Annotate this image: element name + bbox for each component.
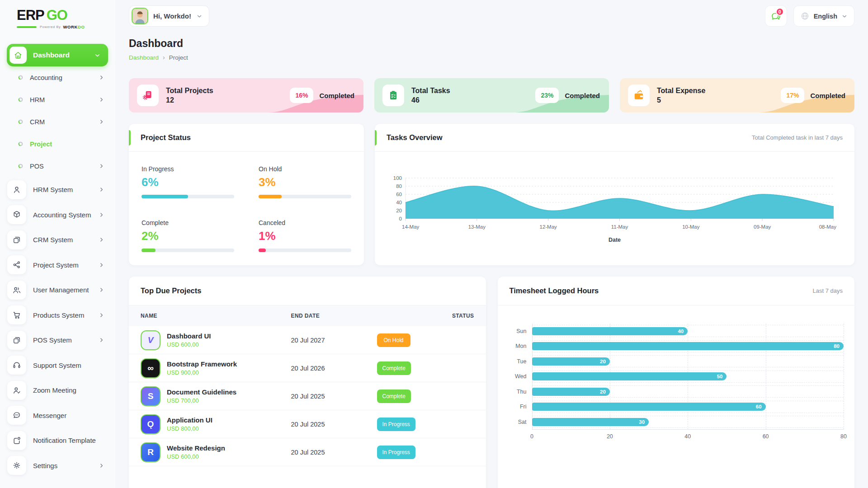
timesheet-bar-chart: Sun40Mon80Tue20Wed50Thu20Fri60Sat3002040…	[498, 305, 855, 441]
bar-row-mon: Mon80	[507, 339, 844, 354]
svg-text:13-May: 13-May	[468, 224, 486, 230]
project-name-link[interactable]: Website Redesign	[167, 444, 225, 452]
chevron-down-icon	[841, 13, 848, 19]
sidebar-item-hrm-system[interactable]: HRM System	[7, 177, 108, 202]
project-avatar: R	[141, 442, 160, 462]
completed-percent-badge: 23%	[535, 88, 559, 103]
top-due-projects-card: Top Due Projects NAMEEND DATESTATUS VDas…	[129, 277, 486, 488]
sidebar-item-crm[interactable]: CRM	[7, 111, 108, 133]
notification-badge: 0	[776, 8, 784, 16]
sidebar-item-messenger[interactable]: Messenger	[7, 403, 108, 428]
window-icon	[7, 230, 26, 249]
bar-tue: 20	[532, 357, 610, 366]
sidebar-item-accounting-system[interactable]: Accounting System	[7, 202, 108, 228]
project-name-link[interactable]: Dashboard UI	[167, 332, 211, 340]
status-percent: 3%	[259, 175, 351, 189]
sidebar-item-pos[interactable]: POS	[7, 155, 108, 177]
sidebar-item-settings[interactable]: Settings	[7, 453, 108, 479]
sidebar-item-label: Support System	[33, 361, 81, 369]
project-avatar: V	[141, 330, 160, 350]
project-status-card: Project Status In Progress6%On Hold3%Com…	[129, 124, 364, 265]
top-due-projects-header: Top Due Projects	[129, 277, 486, 305]
table-body: VDashboard UIUSD 600,0020 Jul 2027On Hol…	[129, 326, 486, 466]
workdo-do: DO	[78, 24, 85, 29]
sidebar-item-notification-template[interactable]: Notification Template	[7, 428, 108, 453]
table-row-document-guidelines: SDocument GuidelinesUSD 700,0020 Jul 202…	[129, 382, 486, 410]
charts-row: Project Status In Progress6%On Hold3%Com…	[129, 124, 854, 265]
user-menu-button[interactable]: Hi, Workdo!	[129, 5, 209, 27]
sidebar-item-label: Zoom Meeting	[33, 386, 76, 394]
gear-icon	[7, 456, 26, 475]
column-header-end-date: END DATE	[291, 313, 377, 319]
main-content: Hi, Workdo! 0 English Dashboard Dashboar…	[115, 0, 868, 488]
sidebar-item-pos-system[interactable]: POS System	[7, 328, 108, 353]
sidebar-item-label: POS System	[33, 336, 72, 344]
brand-go: GO	[47, 7, 67, 23]
x-tick-label: 20	[607, 433, 613, 440]
dot-icon	[18, 119, 23, 124]
category-label: Mon	[507, 343, 527, 349]
sidebar-item-zoom-meeting[interactable]: Zoom Meeting	[7, 378, 108, 403]
bar-row-thu: Thu20	[507, 384, 844, 399]
sidebar-item-support-system[interactable]: Support System	[7, 353, 108, 378]
status-badge: On Hold	[377, 333, 410, 347]
dot-icon	[18, 164, 23, 169]
sidebar-item-accounting[interactable]: Accounting	[7, 66, 108, 89]
sidebar-item-user-management[interactable]: User Management	[7, 277, 108, 303]
column-header-name: NAME	[141, 313, 291, 319]
tasks-overview-area-chart: 02040608010014-May13-May12-May11-May10-M…	[375, 152, 854, 245]
project-name-link[interactable]: Bootstrap Framework	[167, 360, 237, 368]
completed-percent-badge: 16%	[290, 88, 313, 103]
category-label: Thu	[507, 389, 527, 395]
svg-text:40: 40	[396, 200, 402, 205]
chevron-right-icon	[99, 463, 104, 469]
bar-mon: 80	[532, 342, 844, 350]
timesheet-title: Timesheet Logged Hours	[509, 286, 599, 295]
stat-cards-row: Total Projects1216%CompletedTotal Tasks4…	[129, 78, 854, 113]
user-icon	[7, 180, 26, 199]
sidebar-item-project[interactable]: Project	[7, 133, 108, 155]
bottom-row: Top Due Projects NAMEEND DATESTATUS VDas…	[129, 277, 854, 488]
status-badge: Complete	[377, 361, 411, 375]
x-tick-label: 0	[530, 433, 533, 440]
sidebar-item-dashboard[interactable]: Dashboard	[7, 44, 108, 66]
tasks-icon	[382, 84, 404, 106]
bar-value-label: 40	[678, 328, 684, 334]
bar-row-fri: Fri60	[507, 399, 844, 415]
project-name-link[interactable]: Document Guidelines	[167, 388, 236, 396]
project-avatar: ∞	[141, 358, 160, 378]
status-item-complete: Complete2%	[142, 219, 234, 252]
breadcrumb-dashboard-link[interactable]: Dashboard	[129, 54, 159, 61]
chat-icon	[7, 406, 26, 425]
chevron-right-icon	[99, 97, 104, 103]
chevron-down-icon	[94, 52, 101, 59]
project-price: USD 700,00	[167, 397, 236, 404]
svg-text:60: 60	[396, 192, 402, 197]
brand-logo[interactable]: ERP GO Powered By WORK DO	[7, 6, 108, 29]
sidebar-item-label: Accounting	[30, 74, 62, 81]
cart-icon	[7, 305, 26, 324]
sidebar-item-hrm[interactable]: HRM	[7, 89, 108, 111]
x-tick-label: 80	[840, 433, 847, 440]
chevron-right-icon	[99, 187, 104, 192]
sidebar-item-label: Project	[30, 141, 52, 148]
messages-button[interactable]: 0	[765, 5, 787, 27]
tasks-overview-header: Tasks Overview Total Completed task in l…	[375, 124, 854, 152]
project-name-link[interactable]: Application UI	[167, 416, 212, 424]
sidebar-item-label: Products System	[33, 311, 84, 319]
completed-label: Completed	[319, 92, 354, 99]
svg-text:11-May: 11-May	[611, 224, 628, 230]
progress-bar	[142, 195, 234, 198]
language-selector[interactable]: English	[793, 5, 854, 27]
sidebar-item-crm-system[interactable]: CRM System	[7, 227, 108, 253]
column-header-status: STATUS	[377, 313, 474, 319]
timesheet-card: Timesheet Logged Hours Last 7 days Sun40…	[498, 277, 855, 488]
tasks-overview-card: Tasks Overview Total Completed task in l…	[375, 124, 854, 265]
project-avatar: Ǫ	[141, 414, 160, 434]
sidebar-item-label: CRM System	[33, 236, 73, 244]
sidebar-item-project-system[interactable]: Project System	[7, 253, 108, 278]
sidebar-item-label: Accounting System	[33, 211, 91, 219]
sidebar-item-products-system[interactable]: Products System	[7, 303, 108, 328]
status-percent: 6%	[142, 175, 234, 189]
home-icon	[9, 47, 27, 64]
